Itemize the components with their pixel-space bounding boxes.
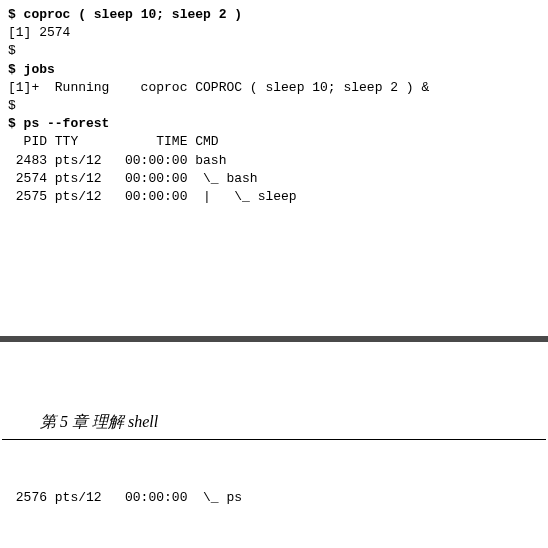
ps-row: 2483 pts/12 00:00:00 bash (8, 152, 540, 170)
cmd-line-3: $ ps --forest (8, 115, 540, 133)
terminal-output-continued: 2576 pts/12 00:00:00 \_ ps (0, 440, 548, 526)
command-ps: ps --forest (24, 116, 110, 131)
ps-row: 2574 pts/12 00:00:00 \_ bash (8, 170, 540, 188)
output-jobs: [1]+ Running coproc COPROC ( sleep 10; s… (8, 79, 540, 97)
prompt: $ (8, 62, 24, 77)
prompt-empty-1: $ (8, 42, 540, 60)
chapter-heading: 第 5 章 理解 shell (0, 412, 548, 439)
ps-row: 2576 pts/12 00:00:00 \_ ps (8, 490, 540, 505)
terminal-output: $ coproc ( sleep 10; sleep 2 ) [1] 2574 … (0, 0, 548, 216)
prompt: $ (8, 116, 24, 131)
cmd-line-1: $ coproc ( sleep 10; sleep 2 ) (8, 6, 540, 24)
ps-header: PID TTY TIME CMD (8, 133, 540, 151)
ps-row: 2575 pts/12 00:00:00 | \_ sleep (8, 188, 540, 206)
cmd-line-2: $ jobs (8, 61, 540, 79)
spacer (0, 342, 548, 412)
prompt: $ (8, 7, 24, 22)
command-coproc: coproc ( sleep 10; sleep 2 ) (24, 7, 242, 22)
prompt-empty-2: $ (8, 97, 540, 115)
chapter-label: 第 5 章 理解 shell (40, 413, 158, 430)
output-jobid: [1] 2574 (8, 24, 540, 42)
spacer (0, 216, 548, 336)
command-jobs: jobs (24, 62, 55, 77)
